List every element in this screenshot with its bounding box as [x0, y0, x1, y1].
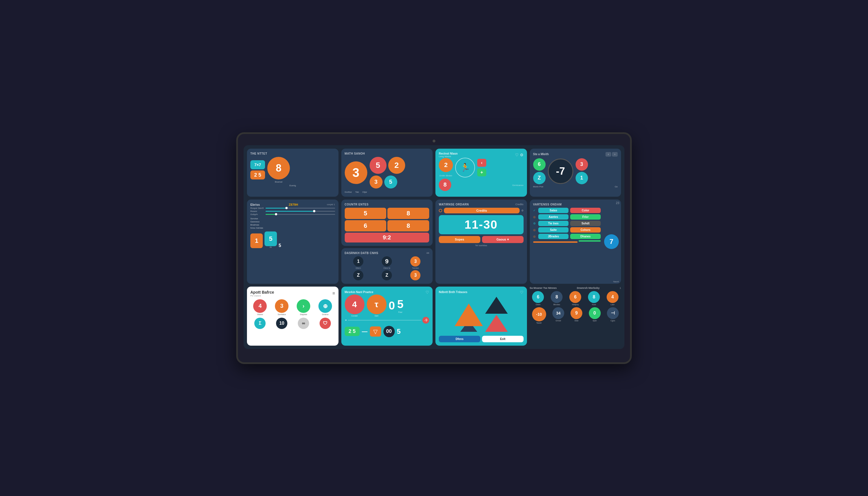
orange-down-btn[interactable]: ▽	[370, 326, 381, 337]
menu-frlcr[interactable]: Frlcr	[570, 214, 601, 220]
menu-salte[interactable]: Salte	[538, 227, 569, 233]
num-z[interactable]: Z	[353, 270, 363, 280]
back-btn[interactable]: ‹	[477, 159, 486, 167]
num-3b[interactable]: 3	[410, 270, 421, 280]
circle-8[interactable]: 8	[439, 179, 451, 191]
num-3[interactable]: 3	[575, 158, 588, 171]
num-5b[interactable]: 5	[384, 175, 397, 188]
nc-neg10-wrap: -10 Taastr	[532, 307, 546, 324]
icon-3[interactable]: 3	[275, 299, 288, 313]
nc-34[interactable]: 34	[552, 307, 564, 319]
menu-icon[interactable]: ≡	[332, 291, 335, 296]
slider1-track[interactable]	[266, 208, 335, 208]
nc-8b[interactable]: 8	[588, 291, 600, 303]
num-3[interactable]: 3	[369, 175, 382, 188]
num-z2[interactable]: Z	[382, 270, 392, 280]
menu-satas[interactable]: Satas	[538, 208, 569, 213]
circle-4[interactable]: 4	[345, 294, 364, 314]
star-icon2: ◎	[533, 228, 537, 231]
label-oljar: Oljar	[362, 191, 367, 193]
credits-bar[interactable]: Credits	[444, 208, 520, 213]
nc-0[interactable]: 0	[589, 307, 601, 319]
circle-00[interactable]: 00	[383, 326, 395, 337]
big-num-circle[interactable]: 7	[604, 234, 619, 249]
tile-5-wrap: 5 Ak	[265, 231, 277, 248]
nc-4[interactable]: 4	[606, 291, 618, 303]
num-8[interactable]: 8	[388, 208, 429, 219]
card6-title: Countr Entes	[345, 203, 429, 206]
tile-25[interactable]: 2 5	[250, 170, 265, 180]
gaous-btn[interactable]: Gaous ▾	[482, 236, 524, 243]
num-5[interactable]: 5	[369, 157, 386, 174]
icon-infinity[interactable]: ∞	[298, 318, 309, 329]
num-row1: 5 2	[369, 157, 405, 174]
tile-5[interactable]: 5	[265, 231, 277, 246]
icon-10[interactable]: 10	[276, 318, 287, 329]
eolt-btn[interactable]: Eolt	[482, 336, 524, 342]
menu-sohdt[interactable]: Sohdt	[570, 221, 601, 226]
plus-btn[interactable]: +	[477, 168, 486, 176]
circle-tau[interactable]: τ	[367, 294, 386, 314]
num-8b[interactable]: 8	[388, 220, 429, 231]
menu-color[interactable]: Color	[570, 208, 601, 213]
nc-6[interactable]: 6	[532, 291, 544, 303]
card8-credits-bar: Credits ⚙	[439, 208, 524, 213]
card-watirnse-ordarn: Watirnse Ordarn Credits Credits ⚙ 11-30 …	[436, 200, 527, 284]
icon-4[interactable]: 4	[253, 299, 267, 313]
nc-0-wrap: 0 Spar	[589, 307, 601, 324]
num-6[interactable]: 6	[345, 220, 386, 231]
slider3-dot	[275, 213, 277, 215]
nc-8[interactable]: 8	[551, 291, 563, 303]
red-dot-btn[interactable]: -9	[422, 317, 429, 324]
nc-neg10[interactable]: -10	[532, 307, 546, 321]
settings-icon[interactable]: ⚙	[521, 209, 524, 212]
menu-aantes[interactable]: Aantes	[538, 214, 569, 220]
slider-track[interactable]	[348, 320, 421, 321]
slider1-row: Rospsl Slen5	[250, 207, 335, 210]
circle-8[interactable]: 8	[267, 157, 290, 180]
circle-3[interactable]: 3	[345, 161, 367, 184]
num-5[interactable]: 5	[345, 208, 386, 219]
num-1[interactable]: 1	[353, 256, 363, 266]
icon-plus[interactable]: ⊕	[318, 299, 332, 313]
sopes-btn[interactable]: Sopes	[439, 236, 480, 243]
big-num-7: 7	[610, 238, 613, 246]
icon-arrow[interactable]: ›	[297, 299, 310, 313]
circle-2[interactable]: 2	[439, 158, 453, 172]
card11-heart[interactable]: ♡	[426, 290, 429, 294]
icon-shield[interactable]: 🛡	[319, 318, 331, 329]
nc-9[interactable]: 9	[570, 307, 582, 319]
slider3-track[interactable]	[266, 214, 335, 215]
nc-sym-wrap: ⊣ Cgos	[607, 307, 619, 324]
heart-icon[interactable]: ♡	[515, 153, 519, 157]
num-z[interactable]: Z	[533, 172, 546, 184]
menu-tielnes[interactable]: Tie lnes	[538, 221, 569, 226]
card-rectnst-nlasn: Rectnst Nlasn Lang Nbeint ♡ ⚙ 2 Dnittn B…	[436, 149, 527, 197]
orange-bar	[533, 242, 578, 243]
num-3[interactable]: 3	[410, 256, 421, 266]
icon-sigma[interactable]: Σ	[254, 318, 266, 329]
menu-jbrades[interactable]: JBrades	[538, 234, 569, 239]
settings-icon[interactable]: ⚙	[520, 153, 524, 157]
time-display: 11-30	[439, 215, 524, 234]
tile-7x7[interactable]: 7×7	[250, 160, 265, 169]
nav-back[interactable]: ‹	[605, 152, 611, 157]
dfens-btn[interactable]: Dfens	[439, 336, 480, 342]
nav-forward[interactable]: ›	[612, 152, 618, 157]
nc-sym[interactable]: ⊣	[607, 307, 619, 319]
tile-1[interactable]: 1	[250, 233, 263, 248]
card6-extra[interactable]: 9:2	[345, 233, 429, 243]
icon1-wrap: 4 Gtasre	[253, 299, 267, 315]
menu-cohors[interactable]: Cohors	[570, 227, 601, 233]
num-1[interactable]: 1	[575, 172, 588, 184]
card9-bars	[533, 240, 601, 243]
num-2[interactable]: 2	[388, 157, 405, 174]
nc-6b[interactable]: 6	[569, 291, 581, 303]
green-tile-25[interactable]: 2 5	[345, 327, 360, 336]
slider2-track[interactable]	[266, 211, 335, 212]
card12-heart[interactable]: ♡	[520, 290, 524, 294]
col5: Z	[373, 270, 401, 280]
num-6[interactable]: 6	[533, 158, 546, 171]
num-9[interactable]: 9	[382, 256, 392, 266]
menu-dhanes[interactable]: Dhanes	[570, 234, 601, 239]
